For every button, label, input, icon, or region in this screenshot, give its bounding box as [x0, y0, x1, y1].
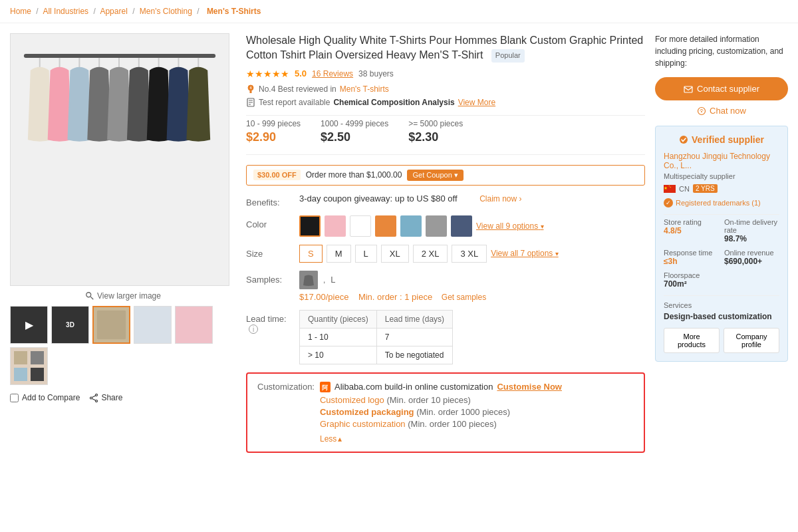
get-coupon-button[interactable]: Get Coupon ▾ [407, 170, 463, 181]
size-btn-l[interactable]: L [355, 245, 377, 263]
supplier-name[interactable]: Hangzhou Jingqiu Technology Co., L... [664, 152, 779, 170]
rating-score: 5.0 [295, 68, 307, 78]
popular-badge: Popular [491, 49, 525, 62]
lead-table-header-lead: Lead time (days) [376, 310, 452, 328]
color-options: View all 9 options ▾ [299, 215, 645, 237]
view-all-colors[interactable]: View all 9 options ▾ [476, 221, 544, 231]
color-swatch-blue[interactable] [400, 215, 422, 237]
sample-price-row: $17.00/piece Min. order : 1 piece Get sa… [299, 292, 645, 302]
color-swatch-gray[interactable] [426, 215, 447, 237]
breadcrumb-apparel[interactable]: Apparel [100, 7, 127, 16]
size-label: Size [246, 245, 293, 259]
report-icon [246, 98, 255, 107]
customise-now-link[interactable]: Customise Now [497, 382, 562, 392]
price-value-2: $2.50 [321, 130, 388, 144]
product-image-svg [11, 33, 229, 286]
more-products-button[interactable]: More products [664, 328, 720, 353]
breadcrumb-all-industries[interactable]: All Industries [43, 7, 88, 16]
svg-line-25 [92, 396, 96, 398]
category-link[interactable]: Men's T-shirts [340, 84, 389, 94]
svg-line-26 [92, 398, 96, 400]
add-to-compare-checkbox[interactable] [10, 394, 19, 402]
star-rating: ★★★★★ [246, 68, 289, 79]
lead-table-row-1: 1 - 10 7 [300, 328, 453, 346]
size-options: S M L XL 2 XL 3 XL View all 7 options ▾ [299, 245, 645, 263]
stat-response-time: Response time ≤3h [664, 249, 719, 266]
svg-point-39 [701, 111, 702, 112]
size-btn-s[interactable]: S [299, 245, 323, 263]
view-all-sizes[interactable]: View all 7 options ▾ [491, 249, 559, 258]
verified-supplier-box: Verified supplier Hangzhou Jingqiu Techn… [655, 126, 788, 362]
buyers-count: 38 buyers [358, 69, 394, 78]
svg-rect-28 [250, 90, 252, 93]
lead-days-2: To be negotiated [376, 346, 452, 364]
video-thumbnail[interactable] [10, 306, 48, 344]
sample-size-label: , [323, 275, 325, 285]
view-more-link[interactable]: View More [458, 98, 495, 107]
breadcrumb-current: Men's T-Shirts [207, 7, 261, 16]
alibaba-custom: 阿 Alibaba.com build-in online customizat… [320, 382, 634, 392]
color-swatch-black[interactable] [299, 215, 321, 237]
chat-now-button[interactable]: Chat now [655, 106, 788, 116]
size-btn-2xl[interactable]: 2 XL [413, 245, 448, 263]
add-to-compare-label[interactable]: Add to Compare [10, 393, 80, 402]
size-btn-m[interactable]: M [327, 245, 351, 263]
svg-text:阿: 阿 [322, 384, 329, 391]
svg-text:4: 4 [250, 86, 252, 90]
stat-floorspace: Floorspace 700m² [664, 271, 719, 289]
services-label: Services [664, 301, 779, 309]
image-thumbnail-3[interactable] [175, 306, 213, 344]
test-report: Test report available Chemical Compositi… [246, 98, 645, 107]
price-value-3: $2.30 [408, 130, 463, 144]
chevron-down-icon-size: ▾ [555, 250, 559, 257]
info-icon[interactable]: i [249, 325, 258, 334]
rating-row: ★★★★★ 5.0 16 Reviews 38 buyers [246, 68, 645, 79]
services-section: Services Design-based customization [664, 301, 779, 321]
size-btn-3xl[interactable]: 3 XL [452, 245, 487, 263]
trademark-icon: ✓ [664, 198, 673, 207]
custom-item-3: Graphic customization (Min. order 100 pi… [320, 419, 634, 429]
view-larger-link[interactable]: View larger image [10, 291, 236, 301]
color-swatch-orange[interactable] [375, 215, 396, 237]
samples-row: Samples: , L $17.00/piece Min. orde [246, 271, 645, 302]
image-thumbnail-4[interactable] [10, 347, 48, 385]
get-samples-link[interactable]: Get samples [442, 293, 486, 302]
price-range-1: 10 - 999 pieces [246, 119, 301, 128]
color-swatch-darkblue[interactable] [451, 215, 472, 237]
trademark: ✓ Registered trademarks (1) [664, 198, 779, 207]
custom-item-2: Customized packaging (Min. order 1000 pi… [320, 407, 634, 417]
samples-label: Samples: [246, 271, 293, 285]
chevron-down-icon: ▾ [541, 223, 544, 230]
pricing-table: 10 - 999 pieces $2.90 1000 - 4999 pieces… [246, 119, 645, 155]
share-icon [90, 394, 98, 402]
contact-supplier-button[interactable]: Contact supplier [655, 77, 788, 100]
benefits-row: Benefits: 3-day coupon giveaway: up to U… [246, 194, 645, 207]
benefits-label: Benefits: [246, 194, 293, 207]
less-link[interactable]: Less ▴ [320, 434, 342, 444]
breadcrumb-home[interactable]: Home [10, 7, 31, 16]
company-profile-button[interactable]: Company profile [724, 328, 779, 353]
left-column: View larger image 3D [10, 33, 236, 453]
share-link[interactable]: Share [90, 393, 122, 402]
price-range-3: >= 5000 pieces [408, 119, 463, 128]
svg-rect-15 [134, 307, 171, 343]
claim-now-link[interactable]: Claim now › [479, 194, 521, 203]
breadcrumb-mens-clothing[interactable]: Men's Clothing [140, 7, 192, 16]
thumbnail-gallery: 3D [10, 306, 236, 385]
sample-info: , L [299, 271, 645, 289]
sample-size-value: L [331, 275, 335, 285]
svg-point-40 [680, 136, 688, 144]
3d-thumbnail[interactable]: 3D [51, 306, 89, 344]
size-btn-xl[interactable]: XL [381, 245, 409, 263]
coupon-condition: Order more than $1,000.00 [306, 170, 402, 180]
customization-label: Customization: [257, 382, 315, 392]
compare-share-bar: Add to Compare Share [10, 393, 236, 402]
image-thumbnail-2[interactable] [134, 306, 172, 344]
product-details: Wholesale High Quality White T-Shirts Po… [246, 33, 645, 453]
color-swatch-pink[interactable] [325, 215, 346, 237]
size-row: Size S M L XL 2 XL 3 XL View all 7 optio… [246, 245, 645, 263]
image-thumbnail-1[interactable] [92, 306, 130, 344]
color-swatch-white[interactable] [350, 215, 371, 237]
reviews-link[interactable]: 16 Reviews [312, 69, 353, 78]
color-label: Color [246, 215, 293, 229]
